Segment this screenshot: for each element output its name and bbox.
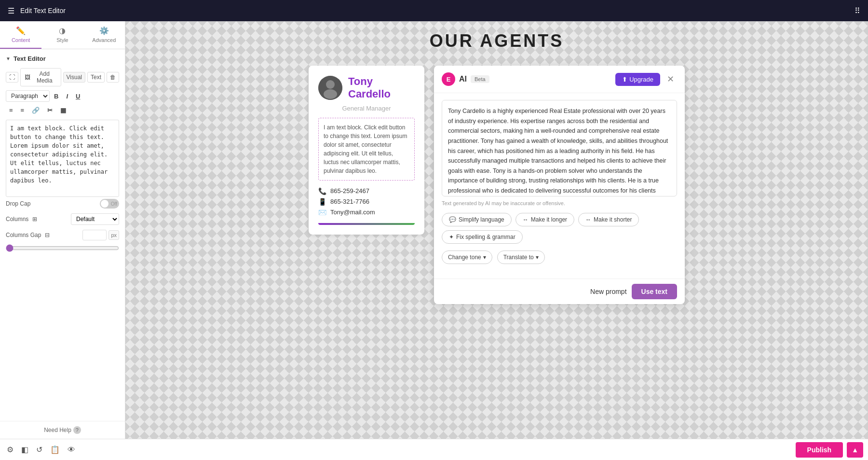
ordered-list-button[interactable]: ≡ xyxy=(17,105,28,116)
svg-point-1 xyxy=(326,80,335,89)
unordered-list-button[interactable]: ≡ xyxy=(6,105,16,116)
text-editor-area[interactable]: I am text block. Click edit button to ch… xyxy=(6,120,119,197)
page-heading: OUR AGENTS xyxy=(430,31,564,51)
eye-icon-button[interactable]: 👁 xyxy=(66,444,77,456)
link-button[interactable]: 🔗 xyxy=(28,105,43,116)
gap-unit[interactable]: px xyxy=(108,230,119,240)
panel-tabs: ✏️ Content ◑ Style ⚙️ Advanced xyxy=(0,21,125,49)
fix-spelling-button[interactable]: ✦ Fix spelling & grammar xyxy=(442,230,523,244)
make-shorter-button[interactable]: ↔ Make it shorter xyxy=(578,213,639,226)
text-tab-button[interactable]: Text xyxy=(87,72,105,83)
ai-header-left: E AI Beta xyxy=(442,72,489,86)
card-bottom-bar xyxy=(318,223,415,225)
ai-panel-header: E AI Beta ⬆ Upgrade ✕ xyxy=(434,66,685,93)
hamburger-icon[interactable]: ☰ xyxy=(8,6,14,15)
columns-gap-row: Columns Gap ⊟ px xyxy=(6,230,119,240)
ai-label: AI xyxy=(459,75,467,84)
underline-button[interactable]: U xyxy=(72,91,83,102)
translate-chevron-icon: ▾ xyxy=(536,254,539,261)
notes-icon-button[interactable]: 📋 xyxy=(48,443,62,456)
expand-button[interactable]: ⛶ xyxy=(6,72,18,83)
add-media-icon: 🖼 xyxy=(25,74,30,81)
email-icon: ✉️ xyxy=(318,209,326,216)
translate-dropdown[interactable]: Translate to ▾ xyxy=(497,251,545,264)
columns-select[interactable]: Default xyxy=(71,213,119,225)
table-button[interactable]: ▦ xyxy=(57,105,69,116)
tone-chevron-icon: ▾ xyxy=(483,254,486,261)
agent-card-header: Tony Cardello xyxy=(318,75,415,101)
unlink-button[interactable]: ✂ xyxy=(44,105,56,116)
columns-label: Columns ⊞ xyxy=(6,216,37,223)
ai-generated-text: Tony Cardello is a highly experienced Re… xyxy=(442,100,677,196)
beta-badge: Beta xyxy=(471,75,489,83)
spelling-icon: ✦ xyxy=(449,234,454,240)
phone2-icon: 📱 xyxy=(318,198,326,206)
drop-cap-label: Drop Cap xyxy=(6,200,30,207)
columns-row: Columns ⊞ Default xyxy=(6,213,119,225)
agent-title: General Manager xyxy=(318,105,415,112)
publish-chevron-button[interactable]: ▲ xyxy=(847,442,863,458)
ai-action-buttons: 💬 Simplify language ↔ Make it longer ↔ M… xyxy=(442,213,677,244)
use-text-button[interactable]: Use text xyxy=(632,284,677,299)
canvas-content: OUR AGENTS xyxy=(135,31,858,304)
bottom-bar: ⚙ ◧ ↺ 📋 👁 Publish ▲ xyxy=(0,439,868,460)
shorter-icon: ↔ xyxy=(585,216,591,223)
bold-button[interactable]: B xyxy=(51,91,62,102)
gap-input[interactable] xyxy=(82,230,107,240)
section-caret-icon: ▼ xyxy=(6,56,11,61)
make-longer-button[interactable]: ↔ Make it longer xyxy=(515,213,574,226)
contact-email: ✉️ Tony@mail.com xyxy=(318,209,415,216)
help-icon: ? xyxy=(73,426,81,434)
settings-icon-button[interactable]: ⚙ xyxy=(5,443,15,456)
format-row2: ≡ ≡ 🔗 ✂ ▦ xyxy=(6,105,119,116)
need-help-section: Need Help ? xyxy=(0,421,125,439)
agent-card: Tony Cardello General Manager I am text … xyxy=(309,66,424,235)
gap-input-group: px xyxy=(82,230,119,240)
close-button[interactable]: ✕ xyxy=(664,73,677,85)
editor-toolbar-row: ⛶ 🖼 Add Media Visual Text 🗑 xyxy=(6,68,119,86)
content-icon: ✏️ xyxy=(16,26,26,35)
avatar xyxy=(318,76,342,100)
panel-content: ▼ Text Editor ⛶ 🖼 Add Media Visual Text … xyxy=(0,49,125,421)
contact-phone1: 📞 865-259-2467 xyxy=(318,187,415,195)
toggle-knob xyxy=(101,200,108,208)
italic-button[interactable]: I xyxy=(63,91,71,102)
layers-icon-button[interactable]: ◧ xyxy=(19,443,30,456)
toggle-off-label: Off xyxy=(111,201,117,207)
visual-tab-button[interactable]: Visual xyxy=(63,72,85,83)
change-tone-dropdown[interactable]: Change tone ▾ xyxy=(442,251,492,264)
ai-panel: E AI Beta ⬆ Upgrade ✕ xyxy=(434,66,685,304)
ai-logo: E xyxy=(442,72,455,86)
style-icon: ◑ xyxy=(59,26,66,35)
ai-panel-footer: New prompt Use text xyxy=(434,279,685,304)
ai-panel-body: Tony Cardello is a highly experienced Re… xyxy=(434,93,685,279)
publish-button[interactable]: Publish xyxy=(796,442,843,458)
top-bar: ☰ Edit Text Editor ⠿ xyxy=(0,0,868,21)
upgrade-button[interactable]: ⬆ Upgrade xyxy=(615,73,660,86)
paragraph-select[interactable]: Paragraph xyxy=(6,90,50,102)
advanced-icon: ⚙️ xyxy=(99,26,109,35)
columns-gap-slider[interactable] xyxy=(6,244,119,252)
agents-row: Tony Cardello General Manager I am text … xyxy=(309,66,685,304)
left-panel: ✏️ Content ◑ Style ⚙️ Advanced ▼ Text Ed… xyxy=(0,21,125,439)
tab-advanced[interactable]: ⚙️ Advanced xyxy=(83,21,125,49)
simplify-language-button[interactable]: 💬 Simplify language xyxy=(442,213,512,226)
ai-disclaimer: Text generated by AI may be inaccurate o… xyxy=(442,200,677,206)
history-icon-button[interactable]: ↺ xyxy=(34,443,44,456)
new-prompt-button[interactable]: New prompt xyxy=(590,288,626,295)
slider-row xyxy=(6,244,119,254)
top-bar-title: Edit Text Editor xyxy=(20,7,66,14)
grid-icon[interactable]: ⠿ xyxy=(854,6,860,15)
tab-content[interactable]: ✏️ Content xyxy=(0,21,41,49)
section-header[interactable]: ▼ Text Editor xyxy=(6,55,119,62)
avatar-svg xyxy=(318,76,342,100)
tab-style[interactable]: ◑ Style xyxy=(41,21,83,49)
canvas: OUR AGENTS xyxy=(125,21,868,439)
delete-button[interactable]: 🗑 xyxy=(107,72,119,83)
upgrade-icon: ⬆ xyxy=(622,76,627,83)
agent-text-block[interactable]: I am text block. Click edit button to ch… xyxy=(318,118,415,181)
phone1-icon: 📞 xyxy=(318,187,326,195)
agent-name: Tony Cardello xyxy=(348,75,391,101)
drop-cap-toggle[interactable]: Off xyxy=(100,199,119,209)
add-media-button[interactable]: 🖼 Add Media xyxy=(20,68,61,86)
